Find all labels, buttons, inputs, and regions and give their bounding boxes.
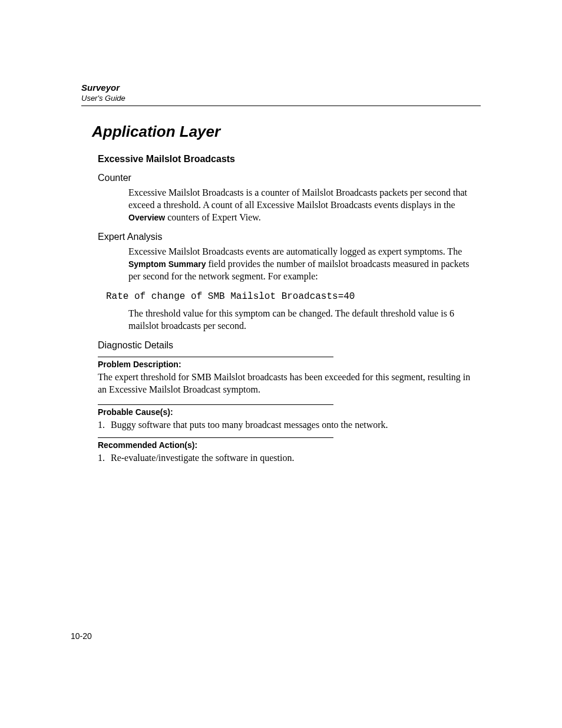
problem-text: The expert threshold for SMB Mailslot br… bbox=[98, 371, 481, 396]
counter-label: Counter bbox=[98, 173, 481, 183]
expert-label: Expert Analysis bbox=[98, 232, 481, 242]
action-list-item: 1.Re-evaluate/investigate the software i… bbox=[98, 452, 481, 465]
list-text: Re-evaluate/investigate the software in … bbox=[111, 453, 294, 463]
page-title: Application Layer bbox=[92, 123, 481, 141]
cause-label: Probable Cause(s): bbox=[98, 407, 481, 417]
counter-paragraph: Excessive Mailslot Broadcasts is a count… bbox=[128, 187, 481, 223]
symptom-summary-keyword: Symptom Summary bbox=[128, 259, 206, 269]
list-number: 1. bbox=[98, 419, 111, 431]
problem-label: Problem Description: bbox=[98, 360, 481, 369]
expert-paragraph-2: The threshold value for this symptom can… bbox=[128, 308, 481, 332]
overview-keyword: Overview bbox=[128, 213, 165, 222]
page: Surveyor User's Guide Application Layer … bbox=[0, 0, 562, 728]
expert-paragraph-1: Excessive Mailslot Broadcasts events are… bbox=[128, 246, 481, 282]
section-rule bbox=[98, 404, 333, 405]
header-doc: User's Guide bbox=[81, 94, 481, 103]
running-header: Surveyor User's Guide bbox=[81, 83, 481, 103]
text: counters of Expert View. bbox=[165, 212, 261, 222]
action-label: Recommended Action(s): bbox=[98, 440, 481, 450]
section-rule bbox=[98, 437, 333, 438]
cause-list-item: 1.Buggy software that puts too many broa… bbox=[98, 419, 481, 431]
text: Excessive Mailslot Broadcasts is a count… bbox=[128, 187, 467, 210]
list-text: Buggy software that puts too many broadc… bbox=[111, 420, 388, 430]
header-product: Surveyor bbox=[81, 83, 481, 94]
code-example: Rate of change of SMB Mailslot Broadcast… bbox=[106, 291, 481, 302]
diagnostic-label: Diagnostic Details bbox=[98, 340, 481, 351]
header-rule bbox=[81, 106, 481, 106]
text: Excessive Mailslot Broadcasts events are… bbox=[128, 246, 462, 256]
section-rule bbox=[98, 357, 333, 357]
page-number: 10-20 bbox=[71, 631, 92, 641]
list-number: 1. bbox=[98, 452, 111, 465]
section-heading: Excessive Mailslot Broadcasts bbox=[98, 154, 481, 164]
